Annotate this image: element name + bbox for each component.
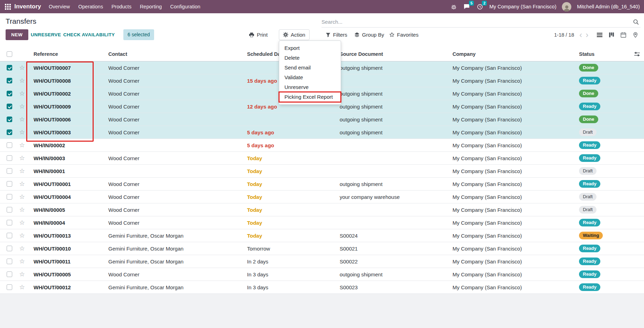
table-row[interactable]: ☆WH/IN/00003Wood CornerTodayMy Company (…: [0, 152, 644, 165]
row-favorite-star-icon[interactable]: ☆: [16, 206, 28, 214]
row-favorite-star-icon[interactable]: ☆: [16, 115, 28, 123]
table-row[interactable]: ☆WH/OUT/00003Wood Corner5 days agooutgoi…: [0, 126, 644, 139]
row-favorite-star-icon[interactable]: ☆: [16, 193, 28, 201]
row-checkbox[interactable]: [7, 246, 12, 251]
row-favorite-star-icon[interactable]: ☆: [16, 219, 28, 226]
app-name[interactable]: Inventory: [14, 3, 41, 10]
row-checkbox[interactable]: [7, 142, 12, 148]
table-row[interactable]: ☆WH/OUT/00001Wood CornerTodayoutgoing sh…: [0, 178, 644, 191]
row-checkbox[interactable]: [7, 155, 12, 161]
row-favorite-star-icon[interactable]: ☆: [16, 64, 28, 72]
pager-next-icon[interactable]: ›: [584, 30, 590, 39]
activities-clock-icon[interactable]: 2: [476, 3, 484, 10]
row-favorite-star-icon[interactable]: ☆: [16, 283, 28, 291]
row-checkbox[interactable]: [7, 104, 12, 109]
table-row[interactable]: ☆WH/IN/000025 days agoMy Company (San Fr…: [0, 139, 644, 152]
cell-scheduled-date: Today: [241, 194, 334, 200]
menu-item-validate[interactable]: Validate: [279, 73, 341, 82]
map-view-icon[interactable]: [631, 30, 640, 39]
row-favorite-star-icon[interactable]: ☆: [16, 77, 28, 84]
table-row[interactable]: ☆WH/OUT/00013Gemini Furniture, Oscar Mor…: [0, 229, 644, 242]
menu-item-send-email[interactable]: Send email: [279, 63, 341, 73]
filters-button[interactable]: Filters: [326, 29, 347, 40]
print-button[interactable]: Print: [249, 29, 268, 40]
menu-overview[interactable]: Overview: [45, 0, 74, 13]
row-checkbox[interactable]: [7, 284, 12, 290]
check-availability-button[interactable]: CHECK AVAILABILITY: [63, 29, 115, 40]
row-checkbox[interactable]: [7, 271, 12, 277]
column-header-reference[interactable]: Reference: [28, 51, 103, 57]
menu-item-export[interactable]: Export: [279, 43, 341, 53]
table-row[interactable]: ☆WH/IN/00004Wood CornerTodayMy Company (…: [0, 216, 644, 229]
company-switcher[interactable]: My Company (San Francisco): [489, 4, 556, 9]
table-row[interactable]: ☆WH/IN/00001TodayMy Company (San Francis…: [0, 165, 644, 178]
menu-configuration[interactable]: Configuration: [166, 0, 204, 13]
row-checkbox[interactable]: [7, 91, 12, 96]
messages-icon[interactable]: 5: [463, 3, 471, 10]
row-favorite-star-icon[interactable]: ☆: [16, 167, 28, 175]
row-favorite-star-icon[interactable]: ☆: [16, 128, 28, 136]
debug-bug-icon[interactable]: [450, 3, 457, 10]
favorites-button[interactable]: Favorites: [389, 29, 419, 40]
row-checkbox[interactable]: [7, 65, 12, 70]
row-checkbox[interactable]: [7, 259, 12, 264]
table-row[interactable]: ☆WH/OUT/00004Wood CornerTodayyour compan…: [0, 191, 644, 203]
cell-contact: Gemini Furniture, Oscar Morgan: [103, 259, 241, 264]
row-checkbox[interactable]: [7, 168, 12, 174]
cell-scheduled-date: Tomorrow: [241, 246, 334, 252]
optional-columns-icon[interactable]: [634, 52, 640, 57]
row-favorite-star-icon[interactable]: ☆: [16, 270, 28, 278]
app-menus: Overview Operations Products Reporting C…: [45, 0, 205, 13]
cell-company: My Company (San Francisco): [447, 271, 573, 277]
table-row[interactable]: ☆WH/OUT/00011Gemini Furniture, Oscar Mor…: [0, 255, 644, 268]
table-row[interactable]: ☆WH/OUT/00010Gemini Furniture, Oscar Mor…: [0, 242, 644, 255]
search-icon[interactable]: [631, 19, 641, 25]
column-header-company[interactable]: Company: [447, 51, 573, 57]
user-menu[interactable]: Mitchell Admin (db_16_540): [577, 4, 640, 9]
row-checkbox[interactable]: [7, 78, 12, 83]
action-button[interactable]: Action: [279, 29, 310, 40]
row-checkbox[interactable]: [7, 129, 12, 135]
user-avatar[interactable]: [562, 2, 571, 12]
table-row[interactable]: ☆WH/IN/00005Wood CornerTodayMy Company (…: [0, 203, 644, 216]
row-favorite-star-icon[interactable]: ☆: [16, 90, 28, 97]
row-checkbox[interactable]: [7, 233, 12, 238]
menu-products[interactable]: Products: [107, 0, 136, 13]
new-button[interactable]: NEW: [6, 29, 28, 40]
row-favorite-star-icon[interactable]: ☆: [16, 141, 28, 149]
row-favorite-star-icon[interactable]: ☆: [16, 180, 28, 188]
row-checkbox[interactable]: [7, 181, 12, 187]
select-all-checkbox[interactable]: [7, 51, 12, 57]
apps-menu-icon[interactable]: [4, 2, 13, 11]
row-checkbox[interactable]: [7, 220, 12, 225]
row-checkbox[interactable]: [7, 117, 12, 122]
menu-operations[interactable]: Operations: [74, 0, 107, 13]
search-input[interactable]: [321, 19, 631, 25]
row-favorite-star-icon[interactable]: ☆: [16, 103, 28, 110]
cell-scheduled-date: 5 days ago: [241, 129, 334, 135]
menu-item-unreserve[interactable]: Unreserve: [279, 82, 341, 92]
table-row[interactable]: ☆WH/OUT/00006Wood Corneroutgoing shipmen…: [0, 113, 644, 126]
status-badge: Draft: [579, 193, 596, 201]
table-row[interactable]: ☆WH/OUT/00012Gemini Furniture, Oscar Mor…: [0, 281, 644, 294]
row-favorite-star-icon[interactable]: ☆: [16, 232, 28, 239]
row-checkbox-cell: [3, 233, 16, 238]
column-header-source-document[interactable]: Source Document: [334, 51, 447, 57]
row-checkbox[interactable]: [7, 194, 12, 200]
row-favorite-star-icon[interactable]: ☆: [16, 245, 28, 252]
menu-reporting[interactable]: Reporting: [136, 0, 166, 13]
group-by-button[interactable]: Group By: [354, 29, 384, 40]
column-header-contact[interactable]: Contact: [103, 51, 241, 57]
column-header-status[interactable]: Status: [573, 51, 624, 57]
kanban-view-icon[interactable]: [607, 30, 616, 39]
pager-previous-icon[interactable]: ‹: [578, 30, 584, 39]
row-favorite-star-icon[interactable]: ☆: [16, 258, 28, 265]
unreserve-button[interactable]: UNRESERVE: [31, 29, 61, 40]
list-view-icon[interactable]: [595, 30, 604, 39]
menu-item-delete[interactable]: Delete: [279, 53, 341, 63]
menu-item-picking-excel-report[interactable]: Picking Excel Report: [279, 92, 341, 102]
row-favorite-star-icon[interactable]: ☆: [16, 154, 28, 162]
row-checkbox[interactable]: [7, 207, 12, 213]
calendar-view-icon[interactable]: [619, 30, 628, 39]
table-row[interactable]: ☆WH/OUT/00005Wood CornerIn 3 daysoutgoin…: [0, 268, 644, 281]
